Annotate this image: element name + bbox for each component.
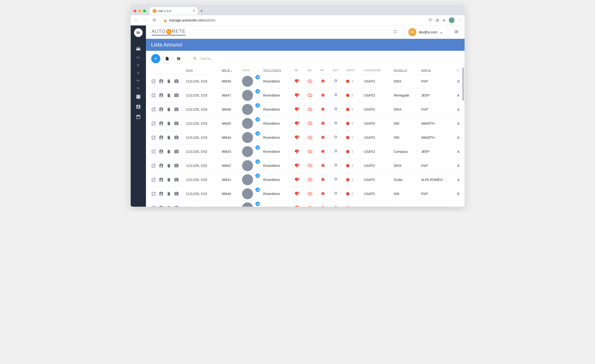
new-tab-button[interactable]: +: [200, 8, 203, 14]
sidebar-item-ae[interactable]: Ae: [131, 77, 146, 84]
auto-ext-icon[interactable]: [333, 191, 338, 196]
assign-icon[interactable]: [159, 191, 163, 196]
assign-icon[interactable]: [159, 177, 163, 182]
open-icon[interactable]: [151, 177, 156, 182]
auto-ext-icon[interactable]: [333, 149, 338, 154]
thumb-down-icon[interactable]: [294, 135, 299, 140]
delete-icon[interactable]: [166, 79, 171, 84]
open-icon[interactable]: [151, 191, 156, 196]
auto-ext-icon[interactable]: [333, 106, 338, 112]
thumb-down-icon[interactable]: [294, 149, 299, 154]
sidebar-item-ia[interactable]: Ia: [131, 69, 146, 77]
table-row[interactable]: 11/11/20, 3:53 96648 15 Rivenditore USAT…: [146, 74, 465, 88]
sidebar-item-clipboard[interactable]: [131, 92, 146, 102]
fullscreen-button[interactable]: [391, 28, 399, 37]
recycle-icon[interactable]: ♻: [436, 18, 439, 23]
assign-icon[interactable]: [159, 163, 163, 168]
delete-icon[interactable]: [166, 177, 171, 182]
sidebar-item-account[interactable]: [131, 102, 146, 112]
open-icon[interactable]: [151, 121, 156, 126]
auto-ext-icon[interactable]: [333, 205, 338, 207]
columns-button[interactable]: [174, 54, 183, 63]
cloud-off-icon[interactable]: [307, 191, 313, 196]
open-icon[interactable]: [151, 163, 156, 168]
thumb-down-icon[interactable]: [294, 191, 299, 196]
assign-icon[interactable]: [159, 205, 163, 207]
delete-icon[interactable]: [166, 149, 171, 154]
open-icon[interactable]: [151, 93, 156, 98]
delete-icon[interactable]: [166, 93, 171, 98]
home-icon[interactable]: [320, 191, 326, 196]
table-row[interactable]: 11/11/20, 3:53 96647 15 Rivenditore USAT…: [146, 88, 465, 103]
photo-thumb[interactable]: 15: [242, 174, 259, 185]
cloud-off-icon[interactable]: [307, 177, 313, 182]
status-more-icon[interactable]: [351, 206, 355, 207]
cloud-off-icon[interactable]: [307, 78, 313, 84]
assign-icon[interactable]: [159, 149, 163, 154]
table-row[interactable]: 11/11/20, 3:53 96644 15 Rivenditore USAT…: [146, 131, 465, 145]
open-icon[interactable]: [151, 135, 156, 140]
home-icon[interactable]: [320, 92, 326, 98]
table-row[interactable]: 11/11/20, 3:53 96645 15 Rivenditore USAT…: [146, 117, 465, 131]
table-container[interactable]: DATA AIR ID↓ FOTO TIPO UTENTE OK ON PP E…: [146, 67, 465, 207]
minimize-window-button[interactable]: [138, 10, 141, 12]
maximize-window-button[interactable]: [143, 10, 146, 12]
delete-icon[interactable]: [166, 205, 171, 207]
table-row[interactable]: 11/11/20, 3:52 96640 18 Rivenditore USAT…: [146, 187, 465, 201]
home-icon[interactable]: [320, 121, 326, 126]
home-icon[interactable]: [320, 78, 326, 84]
thumb-down-icon[interactable]: [294, 121, 299, 126]
delete-icon[interactable]: [166, 135, 171, 140]
photo-thumb[interactable]: 15: [242, 132, 259, 143]
user-menu[interactable]: DE dev@si.com ⌄: [403, 26, 448, 39]
assign-icon[interactable]: [159, 135, 163, 140]
open-icon[interactable]: [151, 205, 156, 207]
photo-thumb[interactable]: 15: [242, 160, 259, 171]
browser-tab[interactable]: in AiR 2.3.0 ×: [150, 7, 198, 15]
photo-thumb[interactable]: 15: [242, 90, 259, 101]
cloud-off-icon[interactable]: [307, 163, 313, 168]
assign-icon[interactable]: [159, 121, 163, 126]
thumb-down-icon[interactable]: [294, 205, 299, 207]
photo-thumb[interactable]: 15: [242, 76, 259, 87]
cloud-off-icon[interactable]: [307, 92, 313, 98]
home-icon[interactable]: [320, 106, 326, 112]
camera-icon[interactable]: [174, 93, 179, 98]
status-more-icon[interactable]: [351, 93, 355, 97]
sidebar-item-vehicles[interactable]: [131, 44, 146, 54]
table-row[interactable]: 11/11/20, 3:52 96641 15 Rivenditore USAT…: [146, 173, 465, 187]
auto-ext-icon[interactable]: [333, 78, 338, 84]
camera-icon[interactable]: [174, 205, 179, 207]
home-icon[interactable]: [320, 135, 326, 140]
table-row[interactable]: 11/11/20, 3:53 96646 15 Rivenditore USAT…: [146, 103, 465, 117]
status-more-icon[interactable]: [351, 192, 355, 196]
sidebar-item-on[interactable]: On: [131, 54, 146, 61]
profile-avatar-icon[interactable]: [449, 17, 454, 23]
open-icon[interactable]: [151, 149, 156, 154]
star-icon[interactable]: [428, 18, 432, 23]
camera-icon[interactable]: [174, 163, 179, 168]
auto-ext-icon[interactable]: [333, 135, 338, 140]
status-more-icon[interactable]: [351, 164, 355, 168]
sidebar-item-calendar[interactable]: [131, 112, 146, 122]
app-logo[interactable]: in: [134, 28, 143, 37]
status-more-icon[interactable]: [351, 122, 355, 125]
browser-menu-icon[interactable]: ⋮: [458, 18, 462, 23]
extensions-icon[interactable]: ✦: [442, 18, 446, 23]
thumb-down-icon[interactable]: [294, 78, 299, 84]
status-more-icon[interactable]: [351, 79, 355, 83]
cloud-off-icon[interactable]: [307, 135, 313, 140]
photo-thumb[interactable]: 14: [242, 146, 259, 157]
thumb-down-icon[interactable]: [294, 106, 299, 112]
camera-icon[interactable]: [174, 135, 179, 140]
delete-icon[interactable]: [166, 191, 171, 196]
thumb-down-icon[interactable]: [294, 177, 299, 182]
menu-toggle-button[interactable]: [452, 27, 461, 37]
reload-button[interactable]: ⟳: [152, 17, 157, 24]
delete-icon[interactable]: [166, 163, 171, 168]
auto-ext-icon[interactable]: [333, 92, 338, 98]
close-tab-icon[interactable]: ×: [193, 9, 195, 13]
status-more-icon[interactable]: [351, 107, 355, 111]
close-window-button[interactable]: [134, 10, 136, 12]
home-icon[interactable]: [320, 149, 326, 154]
